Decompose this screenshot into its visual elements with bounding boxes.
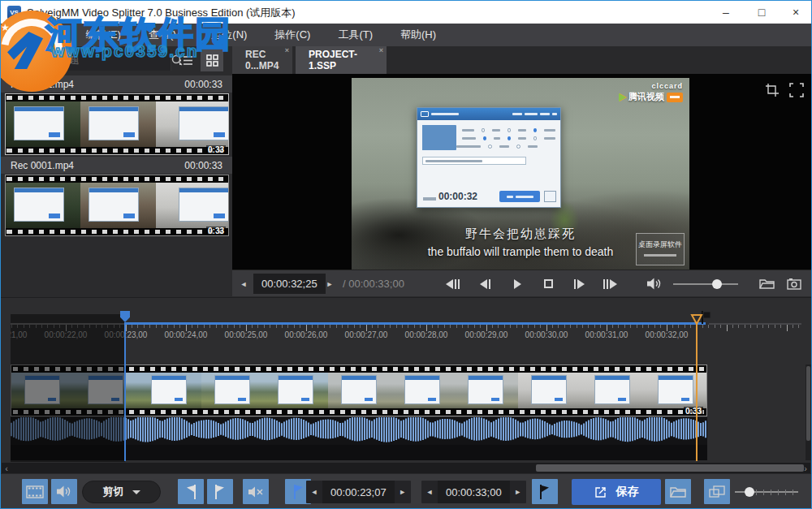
- frame-dialog-thumb: [404, 375, 440, 404]
- ruler-label: 00:00:24,00: [153, 330, 218, 339]
- playback-control-bar: ◄ 00:00:32;25 ► / 00:00:33;00: [232, 270, 812, 296]
- maximize-button[interactable]: □: [748, 1, 775, 24]
- zoom-slider-ticks: [756, 490, 798, 495]
- title-bar[interactable]: VS SolveigMM Video Splitter 7.0 Business…: [1, 1, 811, 24]
- menu-bar: 文件(F)编辑(E)查看(V)定位(N)操作(C)工具(T)帮助(H): [1, 24, 811, 46]
- filmstrip-frame[interactable]: [6, 101, 80, 147]
- recorder-timer: 00:00:32: [438, 191, 477, 202]
- set-end-marker-button[interactable]: [207, 479, 233, 504]
- menu-item-6[interactable]: 工具(T): [328, 25, 382, 45]
- filmstrip-frame[interactable]: [455, 373, 518, 410]
- frame-dialog-thumb: [594, 375, 630, 404]
- clip-filmstrip[interactable]: 0:33: [5, 93, 229, 155]
- start-time-decrement[interactable]: ◄: [306, 481, 322, 503]
- stop-button[interactable]: [538, 270, 559, 297]
- tab-rec-mp4[interactable]: REC 0...MP4 ×: [232, 46, 292, 74]
- start-time-display[interactable]: 00:00:23;07: [322, 481, 395, 503]
- trimmed-region-overlay: [11, 314, 125, 462]
- filmstrip-frame[interactable]: [391, 373, 455, 410]
- crop-icon[interactable]: [762, 80, 782, 100]
- edit-mode-dropdown[interactable]: 剪切: [82, 481, 161, 503]
- menu-item-4[interactable]: 定位(N): [201, 25, 257, 45]
- next-keyframe-button[interactable]: [599, 270, 620, 297]
- volume-slider[interactable]: [673, 283, 738, 285]
- fullscreen-icon[interactable]: [787, 80, 806, 100]
- search-input[interactable]: [35, 54, 171, 66]
- filmstrip-frame[interactable]: [581, 373, 645, 410]
- vertical-scrollbar[interactable]: [806, 364, 811, 460]
- frame-dialog-thumb: [14, 188, 64, 222]
- clip-header[interactable]: Rec 0001.mp4 00:00:33: [1, 75, 232, 93]
- time-step-forward-button[interactable]: ►: [322, 270, 338, 297]
- filmstrip-frame[interactable]: [80, 183, 155, 228]
- play-button[interactable]: [507, 270, 528, 297]
- search-box[interactable]: [35, 50, 171, 71]
- filmstrip-frame[interactable]: [138, 373, 201, 410]
- filmstrip-frame[interactable]: [645, 373, 707, 410]
- recorder-dialog-body: [417, 120, 560, 165]
- filmstrip-frame[interactable]: [328, 373, 391, 410]
- play-logo-icon: [619, 93, 626, 101]
- filmstrip-frame[interactable]: [518, 373, 581, 410]
- end-time-increment[interactable]: ►: [510, 481, 526, 503]
- volume-icon[interactable]: [645, 270, 664, 297]
- menu-item-7[interactable]: 帮助(H): [391, 25, 446, 45]
- horizontal-scrollbar-thumb[interactable]: [536, 464, 804, 472]
- ruler-label: 00:00:26,00: [274, 330, 339, 339]
- storyboard-icon[interactable]: [22, 479, 48, 504]
- ruler-label: 00:00:31,00: [574, 330, 639, 339]
- list-view-icon[interactable]: [175, 49, 197, 71]
- filmstrip-frame[interactable]: [201, 373, 265, 410]
- open-folder-icon[interactable]: [756, 270, 777, 297]
- video-frame[interactable]: clccard 腾讯视频: [352, 78, 689, 270]
- close-button[interactable]: ×: [782, 1, 810, 24]
- clip-header[interactable]: Rec 0001.mp4 00:00:33: [1, 157, 232, 174]
- ruler-label: 00:00:30,00: [514, 330, 579, 339]
- prev-frame-button[interactable]: [474, 270, 495, 297]
- volume-slider-knob[interactable]: [712, 279, 722, 289]
- menu-item-2[interactable]: 编辑(E): [76, 25, 131, 45]
- edit-mode-label: 剪切: [103, 485, 124, 499]
- minimize-button[interactable]: –: [712, 1, 740, 24]
- menu-item-3[interactable]: 查看(V): [139, 25, 193, 45]
- end-time-decrement[interactable]: ◄: [421, 481, 438, 503]
- clip-filmstrip[interactable]: 0:33: [5, 175, 229, 236]
- add-media-button[interactable]: +: [6, 50, 30, 71]
- output-folder-icon[interactable]: [665, 479, 691, 504]
- tab-label: PROJECT-1.SSP: [309, 49, 374, 71]
- filmstrip-frame[interactable]: [265, 373, 328, 410]
- corner-watermark-text: 桌面录屏软件: [637, 239, 684, 250]
- filmstrip-frame[interactable]: [156, 101, 228, 147]
- start-time-increment[interactable]: ►: [395, 481, 411, 503]
- clip-duration: 00:00:33: [184, 79, 222, 90]
- ruler-label: 00:00:32,00: [634, 330, 699, 339]
- current-time-display: 00:00:32;25: [253, 274, 326, 294]
- menu-item-1[interactable]: 文件(F): [14, 25, 68, 45]
- prev-keyframe-button[interactable]: [442, 270, 463, 297]
- scroll-right-icon[interactable]: ›: [801, 463, 810, 473]
- horizontal-scrollbar[interactable]: ‹ ›: [2, 463, 810, 473]
- time-step-back-button[interactable]: ◄: [235, 270, 252, 297]
- snapshot-icon[interactable]: [784, 270, 805, 297]
- timeline[interactable]: 00:00:21,0000:00:22,0000:00:23,0000:00:2…: [1, 297, 811, 473]
- scroll-left-icon[interactable]: ‹: [2, 463, 11, 473]
- end-time-display[interactable]: 00:00:33;00: [438, 481, 510, 503]
- mute-fragment-icon[interactable]: [243, 479, 269, 504]
- filmstrip-frame[interactable]: [156, 183, 228, 228]
- menu-item-5[interactable]: 操作(C): [265, 25, 320, 45]
- dark-marker-icon[interactable]: [532, 479, 558, 504]
- grid-view-icon[interactable]: [201, 49, 223, 71]
- filmstrip-frame[interactable]: [80, 101, 155, 147]
- tab-close-icon[interactable]: ×: [285, 47, 289, 54]
- filmstrip-frame[interactable]: [6, 183, 80, 228]
- set-start-marker-button[interactable]: [178, 479, 204, 504]
- save-button[interactable]: 保存: [572, 479, 661, 505]
- audio-tracks-icon[interactable]: [51, 479, 77, 504]
- timeline-zoom-knob[interactable]: [745, 487, 754, 497]
- frame-dialog-thumb: [151, 375, 187, 404]
- tab-project-ssp[interactable]: PROJECT-1.SSP ×: [296, 46, 387, 74]
- tab-close-icon[interactable]: ×: [379, 47, 383, 54]
- app-window: VS SolveigMM Video Splitter 7.0 Business…: [0, 0, 812, 509]
- vertical-scrollbar-thumb[interactable]: [806, 366, 810, 441]
- next-frame-button[interactable]: [568, 270, 590, 297]
